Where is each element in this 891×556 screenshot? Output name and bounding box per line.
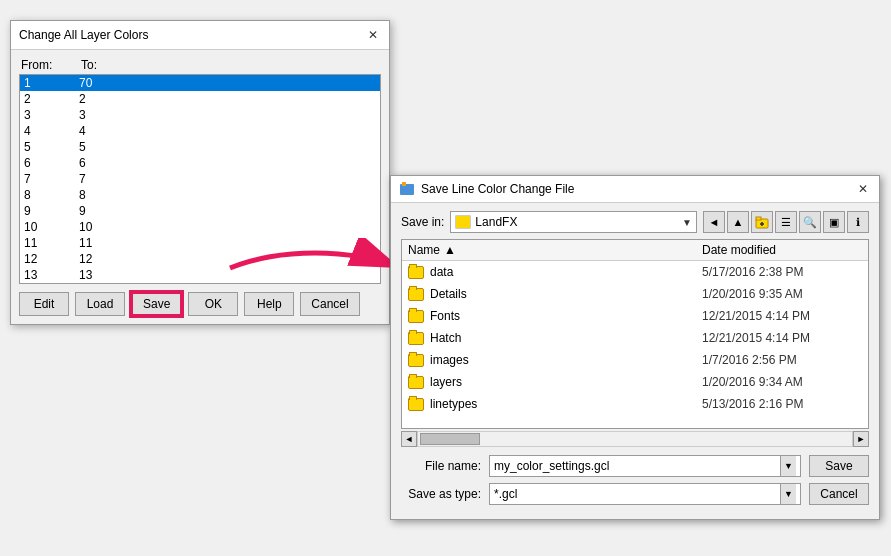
file-date: 12/21/2015 4:14 PM — [702, 331, 862, 345]
views-button[interactable]: ☰ — [775, 211, 797, 233]
change-dialog-titlebar: Change All Layer Colors ✕ — [11, 21, 389, 50]
from-column-header: From: — [21, 58, 81, 72]
save-as-type-label: Save as type: — [401, 487, 481, 501]
save-as-type-value: *.gcl — [494, 487, 776, 501]
back-button[interactable]: ◄ — [703, 211, 725, 233]
dialog-button-row: Edit Load Save OK Help Cancel — [19, 292, 381, 316]
file-name: Details — [430, 287, 467, 301]
help-button[interactable]: Help — [244, 292, 294, 316]
list-row[interactable]: 77 — [20, 171, 380, 187]
list-row[interactable]: 55 — [20, 139, 380, 155]
to-column-header: To: — [81, 58, 141, 72]
preview-button[interactable]: ▣ — [823, 211, 845, 233]
save-button[interactable]: Save — [131, 292, 182, 316]
file-list-item[interactable]: Details 1/20/2016 9:35 AM — [402, 283, 868, 305]
file-name-row: File name: ▼ Save — [401, 455, 869, 477]
list-row[interactable]: 66 — [20, 155, 380, 171]
save-as-type-container[interactable]: *.gcl ▼ — [489, 483, 801, 505]
change-dialog-content: From: To: 170223344556677889910101111121… — [11, 50, 389, 324]
folder-icon-small — [455, 215, 471, 229]
list-row[interactable]: 1111 — [20, 235, 380, 251]
file-list-item[interactable]: linetypes 5/13/2016 2:16 PM — [402, 393, 868, 415]
file-date: 1/20/2016 9:35 AM — [702, 287, 862, 301]
file-name: linetypes — [430, 397, 477, 411]
svg-rect-4 — [756, 217, 761, 220]
horizontal-scrollbar[interactable] — [417, 431, 853, 447]
save-in-label: Save in: — [401, 215, 444, 229]
file-name-dropdown-arrow[interactable]: ▼ — [780, 456, 796, 476]
save-line-color-dialog: Save Line Color Change File ✕ Save in: L… — [390, 175, 880, 520]
list-row[interactable]: 170 — [20, 75, 380, 91]
save-action-button[interactable]: Save — [809, 455, 869, 477]
file-name: layers — [430, 375, 462, 389]
folder-icon — [408, 376, 424, 389]
save-dialog-body: Save in: LandFX ▼ ◄ ▲ ☰ 🔍 — [391, 203, 879, 519]
scroll-left-button[interactable]: ◄ — [401, 431, 417, 447]
list-row[interactable]: 1414 — [20, 283, 380, 284]
list-row[interactable]: 88 — [20, 187, 380, 203]
cancel-action-button[interactable]: Cancel — [809, 483, 869, 505]
folder-icon — [408, 266, 424, 279]
file-date: 12/21/2015 4:14 PM — [702, 309, 862, 323]
up-button[interactable]: ▲ — [727, 211, 749, 233]
file-list-area: Name ▲ Date modified data 5/17/2016 2:38… — [401, 239, 869, 429]
file-date: 1/20/2016 9:34 AM — [702, 375, 862, 389]
file-name: data — [430, 265, 453, 279]
save-dialog-icon — [399, 181, 415, 197]
list-row[interactable]: 99 — [20, 203, 380, 219]
list-row[interactable]: 22 — [20, 91, 380, 107]
file-list-item[interactable]: Hatch 12/21/2015 4:14 PM — [402, 327, 868, 349]
cancel-button[interactable]: Cancel — [300, 292, 359, 316]
toolbar-icons: ◄ ▲ ☰ 🔍 ▣ ℹ — [703, 211, 869, 233]
file-name-input-container[interactable]: ▼ — [489, 455, 801, 477]
name-sort-icon: ▲ — [444, 243, 456, 257]
save-toolbar: Save in: LandFX ▼ ◄ ▲ ☰ 🔍 — [401, 211, 869, 233]
date-column-header: Date modified — [702, 243, 862, 257]
save-form: File name: ▼ Save Save as type: *.gcl ▼ … — [401, 455, 869, 505]
magnify-button[interactable]: 🔍 — [799, 211, 821, 233]
file-name: Fonts — [430, 309, 460, 323]
scroll-right-button[interactable]: ► — [853, 431, 869, 447]
scroll-thumb[interactable] — [420, 433, 480, 445]
save-dialog-close-button[interactable]: ✕ — [855, 181, 871, 197]
file-list-item[interactable]: images 1/7/2016 2:56 PM — [402, 349, 868, 371]
info-button[interactable]: ℹ — [847, 211, 869, 233]
svg-rect-2 — [402, 182, 406, 186]
ok-button[interactable]: OK — [188, 292, 238, 316]
new-folder-button[interactable] — [751, 211, 773, 233]
list-row[interactable]: 33 — [20, 107, 380, 123]
color-list[interactable]: 1702233445566778899101011111212131314141… — [19, 74, 381, 284]
column-headers: From: To: — [19, 58, 381, 72]
file-list-header: Name ▲ Date modified — [402, 240, 868, 261]
save-in-dropdown-arrow: ▼ — [682, 217, 692, 228]
file-date: 5/13/2016 2:16 PM — [702, 397, 862, 411]
change-dialog-title: Change All Layer Colors — [19, 28, 148, 42]
edit-button[interactable]: Edit — [19, 292, 69, 316]
name-column-header[interactable]: Name ▲ — [408, 243, 702, 257]
save-as-type-row: Save as type: *.gcl ▼ Cancel — [401, 483, 869, 505]
list-row[interactable]: 1212 — [20, 251, 380, 267]
list-row[interactable]: 1313 — [20, 267, 380, 283]
file-list-item[interactable]: layers 1/20/2016 9:34 AM — [402, 371, 868, 393]
file-date: 5/17/2016 2:38 PM — [702, 265, 862, 279]
file-list-item[interactable]: Fonts 12/21/2015 4:14 PM — [402, 305, 868, 327]
save-dialog-title: Save Line Color Change File — [421, 182, 574, 196]
file-date: 1/7/2016 2:56 PM — [702, 353, 862, 367]
save-dialog-titlebar: Save Line Color Change File ✕ — [391, 176, 879, 203]
change-dialog-close-button[interactable]: ✕ — [365, 27, 381, 43]
save-in-value: LandFX — [475, 215, 678, 229]
list-row[interactable]: 44 — [20, 123, 380, 139]
save-in-dropdown[interactable]: LandFX ▼ — [450, 211, 697, 233]
file-name-input[interactable] — [494, 459, 776, 473]
file-list-body[interactable]: data 5/17/2016 2:38 PM Details 1/20/2016… — [402, 261, 868, 425]
folder-icon — [408, 354, 424, 367]
file-list-item[interactable]: data 5/17/2016 2:38 PM — [402, 261, 868, 283]
save-as-type-dropdown-arrow[interactable]: ▼ — [780, 484, 796, 504]
folder-icon — [408, 398, 424, 411]
file-name: images — [430, 353, 469, 367]
list-row[interactable]: 1010 — [20, 219, 380, 235]
folder-icon — [408, 288, 424, 301]
folder-icon — [408, 310, 424, 323]
load-button[interactable]: Load — [75, 292, 125, 316]
horizontal-scroll-row: ◄ ► — [401, 431, 869, 447]
